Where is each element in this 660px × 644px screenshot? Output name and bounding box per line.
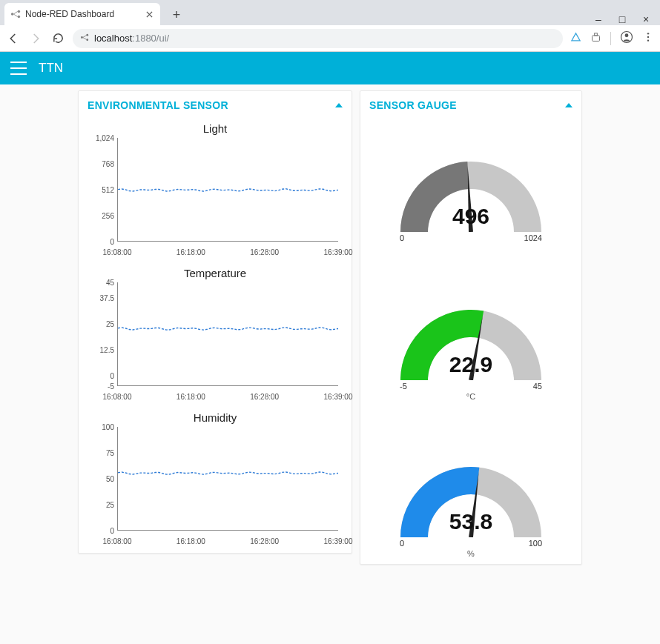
light-gauge[interactable]: 496 [389,143,552,232]
humidity-chart-block: Humidity 025507510016:08:0016:18:0016:28… [79,408,352,553]
gauge-range-labels: -5 45 [389,382,552,391]
temperature-chart-block: Temperature -5012.52537.54516:08:0016:18… [79,264,352,408]
url-rest: :1880/ui/ [132,33,169,44]
browser-tab-strip: Node-RED Dashboard + – □ × [0,0,660,25]
window-close-icon[interactable]: × [639,13,653,25]
x-tick-label: 16:08:00 [103,248,132,256]
gauge-min-label: 0 [400,233,404,242]
gauge-value: 22.9 [389,352,552,377]
svg-point-3 [81,36,83,39]
gauge-units: % [467,549,475,558]
light-line-chart[interactable]: 02565127681,02416:08:0016:18:0016:28:001… [86,138,338,256]
toolbar-separator [610,32,611,45]
toolbar-right-icons [570,30,654,46]
x-tick-label: 16:08:00 [103,537,132,545]
dashboard-header: TTN [0,52,660,84]
y-tick-label: 45 [86,279,114,287]
extension-icon[interactable] [570,32,581,45]
dashboard-body: ENVIRONMENTAL SENSOR Light 02565127681,0… [0,84,660,644]
sensor-gauge-card: SENSOR GAUGE 496 0 1024 22.9 [360,90,582,565]
svg-point-1 [18,10,21,13]
url-text: localhost:1880/ui/ [94,33,169,44]
y-tick-label: 25 [86,320,114,328]
dashboard-title: TTN [39,61,63,76]
nav-reload-icon[interactable] [50,31,65,46]
y-tick-label: 12.5 [86,346,114,354]
light-gauge-block: 496 0 1024 [360,119,581,250]
site-info-icon[interactable] [80,33,90,44]
profile-icon[interactable] [620,30,633,46]
browser-toolbar: localhost:1880/ui/ [0,25,660,52]
tab-close-icon[interactable] [144,9,154,19]
share-icon[interactable] [590,32,601,45]
x-tick-label: 16:39:00 [324,248,353,256]
y-tick-label: 75 [86,449,114,457]
temperature-line-chart[interactable]: -5012.52537.54516:08:0016:18:0016:28:001… [86,282,338,401]
y-tick-label: -5 [86,382,114,391]
y-tick-label: 25 [86,501,114,509]
card-title: ENVIRONMENTAL SENSOR [88,99,228,111]
window-controls: – □ × [592,10,660,25]
nav-forward-icon[interactable] [28,31,43,46]
card-header[interactable]: SENSOR GAUGE [360,91,581,119]
chart-title: Temperature [86,267,344,279]
gauge-range-labels: 0 1024 [389,233,552,242]
svg-point-9 [625,33,629,37]
humidity-gauge[interactable]: 53.8 [389,448,552,537]
url-host: localhost [94,33,132,44]
gauge-max-label: 100 [529,539,542,548]
x-tick-label: 16:39:00 [324,393,353,401]
humidity-line-chart[interactable]: 025507510016:08:0016:18:0016:28:0016:39:… [86,427,338,545]
chart-title: Light [86,122,344,135]
card-header[interactable]: ENVIRONMENTAL SENSOR [79,91,352,119]
window-minimize-icon[interactable]: – [592,13,605,25]
y-tick-label: 512 [86,186,114,194]
gauge-max-label: 1024 [524,233,542,242]
gauge-max-label: 45 [533,382,542,391]
kebab-menu-icon[interactable] [642,31,654,45]
svg-point-0 [11,13,14,16]
card-title: SENSOR GAUGE [369,99,457,111]
gauge-value: 53.8 [389,509,552,534]
new-tab-button[interactable]: + [166,4,187,25]
hamburger-menu-icon[interactable] [10,62,27,75]
y-tick-label: 50 [86,475,114,483]
x-tick-label: 16:39:00 [324,537,353,545]
y-tick-label: 256 [86,212,114,220]
svg-point-5 [86,39,88,41]
gauge-value: 496 [389,204,552,229]
gauge-range-labels: 0 100 [389,539,552,548]
x-tick-label: 16:28:00 [250,537,279,545]
y-tick-label: 0 [86,527,114,535]
y-tick-label: 0 [86,372,114,380]
x-tick-label: 16:18:00 [176,248,205,256]
collapse-caret-icon[interactable] [565,103,572,107]
svg-point-10 [647,33,649,34]
temperature-gauge-block: 22.9 -5 45 °C [360,250,581,407]
svg-point-11 [647,36,649,38]
collapse-caret-icon[interactable] [335,103,343,107]
temperature-gauge[interactable]: 22.9 [389,291,552,380]
nav-back-icon[interactable] [6,31,21,46]
svg-rect-7 [595,33,598,35]
chart-title: Humidity [86,411,344,424]
browser-tab-title: Node-RED Dashboard [25,9,139,19]
humidity-gauge-block: 53.8 0 100 % [360,407,581,564]
gauge-min-label: -5 [400,382,407,391]
x-tick-label: 16:18:00 [176,537,205,545]
svg-point-12 [647,39,649,41]
y-tick-label: 100 [86,423,114,431]
y-tick-label: 1,024 [86,134,114,142]
gauge-units: °C [466,392,475,401]
environmental-sensor-card: ENVIRONMENTAL SENSOR Light 02565127681,0… [78,90,352,554]
y-tick-label: 0 [86,238,114,246]
svg-point-4 [86,33,88,36]
browser-tab[interactable]: Node-RED Dashboard [4,3,160,25]
node-red-favicon [10,9,21,19]
gauge-min-label: 0 [400,539,404,548]
window-maximize-icon[interactable]: □ [616,13,629,25]
x-tick-label: 16:08:00 [103,393,132,401]
address-bar[interactable]: localhost:1880/ui/ [73,29,563,48]
y-tick-label: 37.5 [86,294,114,302]
x-tick-label: 16:28:00 [250,248,279,256]
